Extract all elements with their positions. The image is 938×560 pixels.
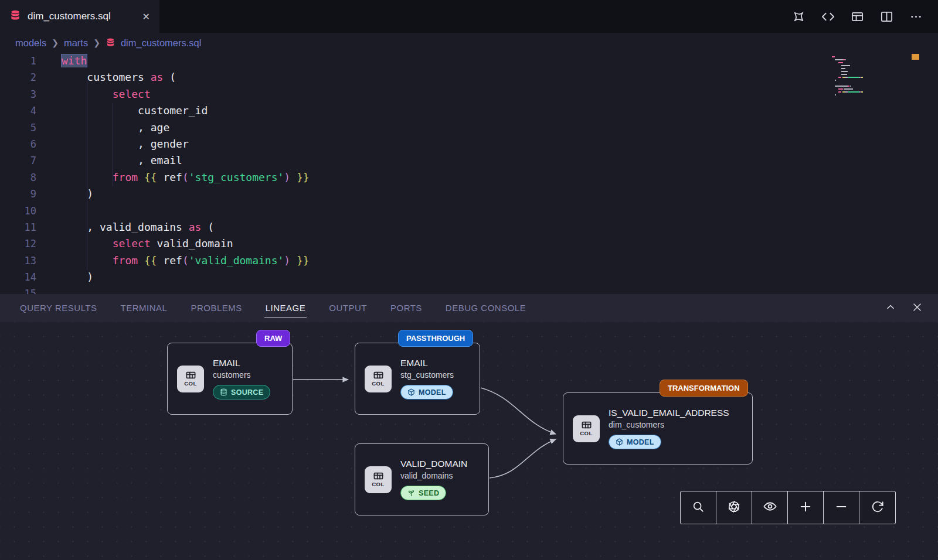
- code-line: 1with: [0, 53, 938, 69]
- visibility-button[interactable]: [752, 491, 788, 524]
- split-editor-icon[interactable]: [880, 10, 893, 23]
- editor-tab-bar: dim_customers.sql ✕: [0, 0, 938, 33]
- badge-source: SOURCE: [213, 385, 270, 399]
- lineage-canvas[interactable]: RAW PASSTHROUGH TRANSFORMATION COL EMAIL…: [0, 322, 938, 560]
- aperture-icon: [728, 500, 740, 515]
- code-line: 10: [0, 203, 938, 219]
- plus-icon: [799, 500, 812, 515]
- panel-tab-lineage[interactable]: LINEAGE: [264, 299, 307, 317]
- node-subtitle: customers: [213, 370, 270, 380]
- lineage-node-valid-domains[interactable]: COL VALID_DOMAIN valid_domains SEED: [355, 443, 489, 515]
- database-icon: [220, 388, 227, 396]
- search-icon: [692, 500, 705, 515]
- dbt-power-user-icon[interactable]: [792, 10, 806, 23]
- zoom-out-button[interactable]: [824, 491, 859, 524]
- code-line: 8 from {{ ref('stg_customers') }}: [0, 169, 938, 186]
- panel-tab-bar: QUERY RESULTSTERMINALPROBLEMSLINEAGEOUTP…: [0, 294, 938, 322]
- node-subtitle: dim_customers: [609, 420, 729, 429]
- node-subtitle: valid_domains: [400, 471, 467, 480]
- editor-actions: [792, 0, 938, 33]
- badge-model: MODEL: [400, 385, 453, 399]
- code-line: 7 , email: [0, 152, 938, 169]
- cube-icon: [616, 438, 623, 446]
- minus-icon: [835, 500, 848, 515]
- close-tab-icon[interactable]: ✕: [142, 11, 150, 22]
- column-icon: COL: [365, 366, 392, 392]
- panel-tab-problems[interactable]: PROBLEMS: [189, 299, 243, 317]
- breadcrumb-file[interactable]: dim_customers.sql: [121, 37, 202, 49]
- zoom-in-button[interactable]: [788, 491, 824, 524]
- node-title: EMAIL: [400, 358, 454, 368]
- node-title: EMAIL: [213, 358, 270, 368]
- search-button[interactable]: [681, 491, 716, 524]
- close-panel-icon[interactable]: [912, 302, 923, 315]
- more-actions-icon[interactable]: [909, 10, 923, 23]
- lineage-toolbar: [680, 491, 896, 524]
- cube-icon: [407, 388, 415, 396]
- code-line: 15: [0, 285, 938, 294]
- minimap[interactable]: [832, 56, 899, 100]
- seedling-icon: [407, 489, 415, 497]
- code-lines: 1with2 customers as (3 select4 customer_…: [0, 53, 938, 294]
- tab-dim-customers-sql[interactable]: dim_customers.sql ✕: [0, 0, 159, 33]
- tab-title: dim_customers.sql: [28, 11, 111, 22]
- code-line: 3 select: [0, 86, 938, 103]
- lineage-node-customers[interactable]: COL EMAIL customers SOURCE: [167, 343, 293, 415]
- code-line: 13 from {{ ref('valid_domains') }}: [0, 252, 938, 269]
- code-icon[interactable]: [821, 10, 835, 23]
- column-icon: COL: [365, 466, 392, 493]
- overview-ruler-marker: [912, 54, 919, 60]
- tag-transformation: TRANSFORMATION: [660, 380, 748, 397]
- breadcrumb-separator-icon: ❯: [52, 38, 59, 47]
- indent-guide: [113, 103, 113, 186]
- badge-model: MODEL: [609, 435, 661, 449]
- refresh-icon: [871, 500, 884, 515]
- panel-tab-terminal[interactable]: TERMINAL: [120, 299, 169, 317]
- breadcrumb-separator-icon: ❯: [93, 38, 100, 47]
- panel-tab-query-results[interactable]: QUERY RESULTS: [19, 299, 98, 317]
- code-line: 2 customers as (: [0, 69, 938, 86]
- panel-tab-debug-console[interactable]: DEBUG CONSOLE: [444, 299, 527, 317]
- panel-tab-output[interactable]: OUTPUT: [328, 299, 368, 317]
- node-title: IS_VALID_EMAIL_ADDRESS: [609, 408, 729, 418]
- breadcrumb: models ❯ marts ❯ dim_customers.sql: [0, 33, 938, 53]
- panel-tab-ports[interactable]: PORTS: [389, 299, 423, 317]
- code-editor[interactable]: 1with2 customers as (3 select4 customer_…: [0, 53, 938, 294]
- eye-icon: [763, 500, 777, 515]
- collapse-panel-icon[interactable]: [885, 301, 896, 315]
- indent-guide: [87, 77, 87, 271]
- node-title: VALID_DOMAIN: [400, 459, 467, 469]
- breadcrumb-marts[interactable]: marts: [64, 37, 88, 49]
- breadcrumb-models[interactable]: models: [15, 37, 46, 49]
- focus-lens-button[interactable]: [716, 491, 752, 524]
- lineage-node-stg-customers[interactable]: COL EMAIL stg_customers MODEL: [355, 343, 480, 415]
- code-line: 4 customer_id: [0, 103, 938, 119]
- code-line: 9 ): [0, 186, 938, 202]
- column-icon: COL: [177, 366, 204, 392]
- database-icon: [9, 9, 21, 23]
- badge-seed: SEED: [400, 486, 446, 500]
- lineage-node-dim-customers[interactable]: COL IS_VALID_EMAIL_ADDRESS dim_customers…: [563, 392, 753, 465]
- refresh-button[interactable]: [859, 491, 895, 524]
- query-panel-icon[interactable]: [851, 10, 864, 23]
- column-icon: COL: [573, 415, 600, 442]
- code-line: 6 , gender: [0, 136, 938, 152]
- code-line: 12 select valid_domain: [0, 235, 938, 252]
- database-icon: [106, 36, 115, 50]
- code-line: 14 ): [0, 269, 938, 285]
- panel-tabs: QUERY RESULTSTERMINALPROBLEMSLINEAGEOUTP…: [19, 299, 527, 317]
- tag-raw: RAW: [256, 330, 290, 347]
- code-line: 11 , valid_domains as (: [0, 219, 938, 235]
- node-subtitle: stg_customers: [400, 370, 454, 380]
- tag-passthrough: PASSTHROUGH: [398, 330, 473, 347]
- code-line: 5 , age: [0, 119, 938, 136]
